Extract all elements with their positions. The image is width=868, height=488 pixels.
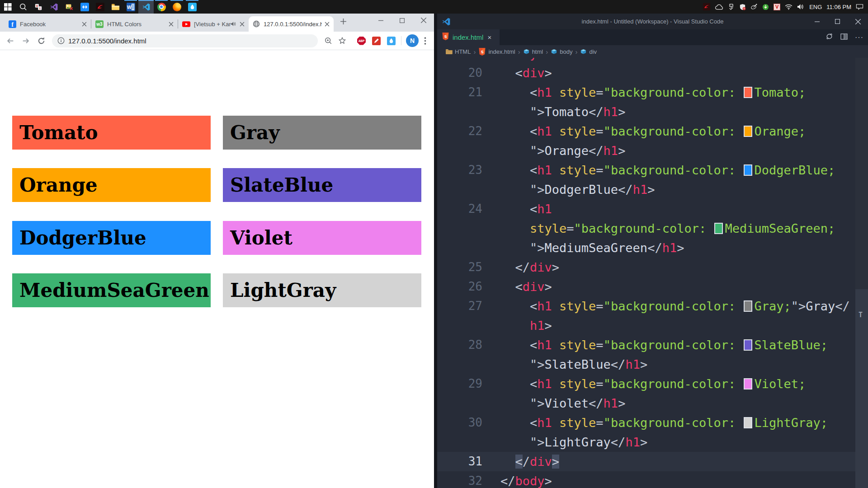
taskbar-item-teamviewer[interactable] <box>77 0 92 14</box>
vscode-logo-icon <box>442 17 451 26</box>
color-swatch-icon[interactable] <box>744 300 752 312</box>
code-text: ">DodgerBlue</h1> <box>500 180 655 199</box>
code-text: ">Violet</h1> <box>500 394 625 413</box>
tab-close-icon[interactable]: × <box>487 33 491 41</box>
code-text: <h1 <box>500 199 552 219</box>
code-line-23: 23 <h1 style="background-color: DodgerBl… <box>437 160 855 180</box>
web-page: TomatoOrangeDodgerBlueMediumSeaGreen Gra… <box>0 50 434 488</box>
taskbar-item-windows-start[interactable] <box>0 0 15 14</box>
taskbar-item-vscode[interactable] <box>138 0 154 14</box>
zoom-icon[interactable] <box>324 37 332 45</box>
taskbar-item-chrome[interactable] <box>154 0 169 14</box>
token: </ <box>835 299 850 313</box>
editor-tab-index-html[interactable]: 5 index.html × <box>437 29 500 45</box>
tab-close-icon[interactable] <box>169 22 174 27</box>
adblock-extension-icon[interactable]: ABP <box>357 37 366 45</box>
token: </ <box>618 183 633 197</box>
token: > <box>552 260 559 274</box>
taskbar-item-water-drop[interactable] <box>184 0 200 14</box>
new-tab-button[interactable] <box>340 18 347 27</box>
reload-button[interactable] <box>37 37 46 45</box>
language-indicator[interactable]: ENG <box>809 4 822 10</box>
color-swatch-icon[interactable] <box>744 378 752 389</box>
breadcrumb-item-body[interactable]: body <box>551 48 572 55</box>
pen-extension-icon[interactable] <box>372 37 381 45</box>
minimize-button[interactable] <box>370 14 392 27</box>
code-editor[interactable]: 19<body>20 <div>21 <h1 style="background… <box>437 58 868 488</box>
taskbar-item-file-explorer[interactable] <box>108 0 123 14</box>
taskbar-item-visual-studio[interactable] <box>46 0 61 14</box>
token: < <box>530 299 537 313</box>
breadcrumb-item-div[interactable]: div <box>580 48 597 55</box>
token: > <box>618 396 625 410</box>
code-text: <h1 style="background-color: Gray;">Gray… <box>500 296 850 316</box>
taskbar-item-firefox[interactable] <box>169 0 184 14</box>
color-swatch-icon[interactable] <box>744 164 752 176</box>
token: h1 <box>537 338 552 352</box>
taskbar-item-screenshot-tool[interactable] <box>61 0 77 14</box>
color-swatch-icon[interactable] <box>744 339 752 351</box>
split-editor-icon[interactable] <box>840 33 848 42</box>
garena-mini-icon[interactable] <box>703 3 710 10</box>
vscode-titlebar: index.html - Untitled (Workspace) - Visu… <box>437 14 868 29</box>
minimap[interactable]: T <box>855 58 868 488</box>
color-swatch-icon[interactable] <box>744 126 752 137</box>
back-button[interactable] <box>5 36 15 46</box>
v-app-icon[interactable]: V <box>774 4 780 10</box>
volume-icon[interactable] <box>797 4 805 10</box>
defender-icon[interactable] <box>739 4 746 10</box>
taskbar-item-word[interactable]: W <box>123 0 138 14</box>
token: = <box>596 416 603 430</box>
maximize-button[interactable] <box>827 14 848 29</box>
profile-avatar[interactable]: N <box>406 34 419 47</box>
site-info-icon[interactable] <box>57 37 65 44</box>
maximize-button[interactable] <box>392 14 413 27</box>
more-actions-icon[interactable]: ··· <box>855 33 863 42</box>
taskbar-apps: uiW <box>0 0 200 14</box>
browser-tab-1[interactable]: fFacebook <box>5 16 91 32</box>
browser-tab-3[interactable]: [Vietsub + Kara] N <box>178 16 249 32</box>
url-input[interactable]: 127.0.0.1:5500/index.html <box>68 37 146 45</box>
close-button[interactable] <box>848 14 868 29</box>
sync-icon[interactable] <box>826 33 833 42</box>
token: MediumSeaGreen; <box>725 221 835 235</box>
drop-extension-icon[interactable] <box>387 37 396 45</box>
line-number: 21 <box>437 83 482 102</box>
color-swatch-icon[interactable] <box>744 417 752 428</box>
action-center-button[interactable] <box>856 4 863 10</box>
idm-icon[interactable] <box>762 4 769 10</box>
token: DodgerBlue <box>545 183 618 197</box>
token: "background-color: <box>604 299 743 313</box>
satellite-icon[interactable] <box>750 3 758 10</box>
close-button[interactable] <box>413 14 434 27</box>
browser-tab-2[interactable]: w3HTML Colors <box>91 16 178 32</box>
bookmark-star-icon[interactable] <box>338 37 346 45</box>
taskbar-item-search[interactable] <box>15 0 31 14</box>
code-line-wrap: style="background-color: MediumSeaGreen; <box>437 219 855 238</box>
minimize-button[interactable] <box>807 14 827 29</box>
tab-close-icon[interactable] <box>82 22 87 27</box>
usb-icon[interactable] <box>728 4 735 10</box>
wifi-icon[interactable] <box>785 4 793 10</box>
browser-tab-4[interactable]: 127.0.0.1:5500/index.h <box>249 16 334 32</box>
breadcrumb-item-html[interactable]: html <box>523 48 543 55</box>
browser-menu-icon[interactable] <box>424 37 426 45</box>
color-swatch-icon[interactable] <box>744 87 752 98</box>
token: Violet; <box>754 377 806 391</box>
taskbar-item-unikey[interactable]: ui <box>31 0 46 14</box>
address-bar[interactable]: 127.0.0.1:5500/index.html <box>52 34 318 47</box>
breadcrumb-item-HTML[interactable]: HTML <box>445 48 471 55</box>
minimap-slider[interactable] <box>855 289 868 488</box>
onedrive-icon[interactable] <box>715 4 723 10</box>
taskbar-item-garena[interactable] <box>92 0 108 14</box>
tab-close-icon[interactable] <box>240 22 245 27</box>
color-swatch-icon[interactable] <box>714 223 723 234</box>
token: "> <box>530 241 545 255</box>
breadcrumb: HTML›5index.html›html›body›div <box>437 45 868 58</box>
forward-button[interactable] <box>21 36 31 46</box>
breadcrumb-item-index-html[interactable]: 5index.html <box>478 47 515 56</box>
tab-close-icon[interactable] <box>325 22 330 27</box>
clock[interactable]: 11:06 PM <box>826 4 851 10</box>
token <box>500 66 515 80</box>
tab-audio-icon[interactable] <box>231 21 237 27</box>
